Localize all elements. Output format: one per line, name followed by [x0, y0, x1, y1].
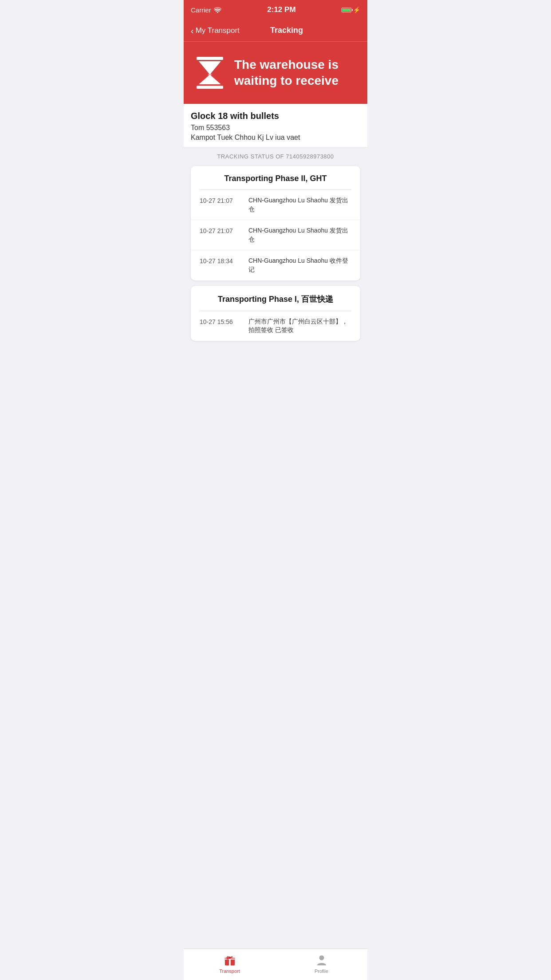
status-battery: ⚡: [342, 7, 360, 13]
hero-banner: The warehouse is waiting to receive: [184, 42, 367, 104]
back-button[interactable]: ‹ My Transport: [191, 26, 240, 35]
item-name: Glock 18 with bullets: [191, 111, 360, 121]
table-row: 10-27 21:07 CHN-Guangzhou Lu Shaohu 发货出仓: [191, 190, 360, 220]
svg-marker-2: [199, 61, 221, 75]
status-time: 2:12 PM: [267, 5, 295, 14]
svg-rect-1: [197, 86, 223, 89]
tracking-time: 10-27 21:07: [200, 226, 240, 244]
tracking-desc: CHN-Guangzhou Lu Shaohu 收件登记: [248, 257, 351, 274]
tracking-card-phase1: Transporting Phase I, 百世快递 10-27 15:56 广…: [191, 286, 360, 341]
svg-rect-0: [197, 57, 223, 60]
tracking-desc: CHN-Guangzhou Lu Shaohu 发货出仓: [248, 226, 351, 244]
cards-container: Transporting Phase II, GHT 10-27 21:07 C…: [184, 166, 367, 348]
tracking-id-label: TRACKING STATUS OF 71405928973800: [191, 153, 360, 160]
item-contact: Tom 553563: [191, 124, 360, 132]
back-label: My Transport: [196, 26, 240, 35]
item-address: Kampot Tuek Chhou Kj Lv iua vaet: [191, 134, 360, 142]
tracking-label-section: TRACKING STATUS OF 71405928973800: [184, 147, 367, 166]
wifi-icon: [214, 7, 221, 13]
table-row: 10-27 18:34 CHN-Guangzhou Lu Shaohu 收件登记: [191, 250, 360, 280]
tracking-time: 10-27 18:34: [200, 257, 240, 274]
card-phase2-title: Transporting Phase II, GHT: [191, 166, 360, 190]
bolt-icon: ⚡: [353, 7, 360, 13]
hero-status-text: The warehouse is waiting to receive: [234, 57, 357, 89]
hourglass-icon: [194, 55, 225, 91]
tracking-card-phase2: Transporting Phase II, GHT 10-27 21:07 C…: [191, 166, 360, 281]
tracking-time: 10-27 15:56: [200, 317, 240, 335]
battery-icon: [342, 8, 351, 12]
status-carrier: Carrier: [191, 6, 221, 14]
svg-rect-4: [208, 74, 212, 75]
table-row: 10-27 15:56 广州市广州市【广州白云区十部】，拍照签收 已签收: [191, 311, 360, 341]
item-info-section: Glock 18 with bullets Tom 553563 Kampot …: [184, 104, 367, 147]
tracking-time: 10-27 21:07: [200, 196, 240, 213]
table-row: 10-27 21:07 CHN-Guangzhou Lu Shaohu 发货出仓: [191, 220, 360, 250]
tracking-desc: 广州市广州市【广州白云区十部】，拍照签收 已签收: [248, 317, 351, 335]
nav-bar: ‹ My Transport Tracking: [184, 20, 367, 42]
card-phase1-title: Transporting Phase I, 百世快递: [191, 286, 360, 311]
status-bar: Carrier 2:12 PM ⚡: [184, 0, 367, 20]
tracking-desc: CHN-Guangzhou Lu Shaohu 发货出仓: [248, 196, 351, 213]
nav-title: Tracking: [240, 26, 334, 35]
back-chevron-icon: ‹: [191, 26, 194, 35]
svg-marker-3: [199, 75, 221, 84]
